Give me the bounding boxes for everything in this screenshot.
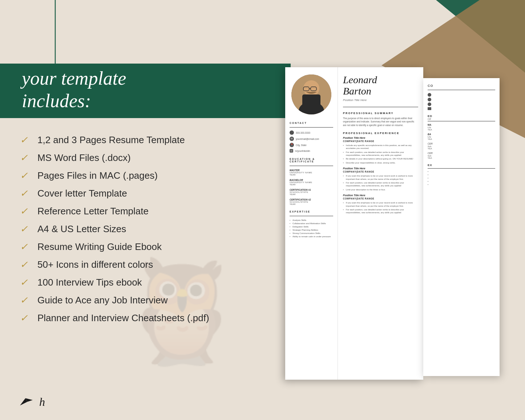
second-yea2-label: YEA xyxy=(428,138,495,140)
checklist-text: 1,2 and 3 Pages Resume Template xyxy=(37,134,185,146)
second-yea4: YEA xyxy=(428,157,495,159)
cert2-label: CERTIFICATION #2 xyxy=(290,198,333,201)
banner-title: your template includes: xyxy=(22,67,126,113)
cert2: CERTIFICATION #2 School/State YEAR xyxy=(290,198,333,205)
exp-bullet: Limit your description to the three or f… xyxy=(343,188,418,191)
second-ex-header: EX xyxy=(428,163,495,167)
resume-card-main: CONTACT 📞 333.333.3333 ✉ youremail@email… xyxy=(285,67,423,380)
exp3-company: COMPANY|DATE RANGE xyxy=(343,197,418,200)
location-icon: 📍 xyxy=(290,143,294,147)
list-item: ✓ Pages Files in MAC (.pages) xyxy=(20,170,289,181)
checklist-text: Guide to Ace any Job Interview xyxy=(37,295,167,306)
name-line1: Leonard xyxy=(343,74,377,85)
exp-bullet: For each position, use detailed action v… xyxy=(343,208,418,214)
exp-bullet: Describe your responsibilities in clear,… xyxy=(343,161,418,164)
check-icon: ✓ xyxy=(20,295,31,306)
resume-name: Leonard Barton xyxy=(343,74,418,97)
divider xyxy=(428,121,495,121)
list-item: ✓ Reference Letter Template xyxy=(20,206,289,217)
list-item: ✓ 50+ Icons in different colors xyxy=(20,259,289,270)
second-card-co-header: CO xyxy=(428,84,495,88)
ex-item: • xyxy=(428,180,495,182)
checklist-text: Pages Files in MAC (.pages) xyxy=(37,170,158,181)
check-icon: ✓ xyxy=(20,259,31,270)
checklist-text: Cover letter Template xyxy=(37,188,127,199)
contact-location: 📍 City, State xyxy=(290,143,333,147)
second-yea3: YEA xyxy=(428,148,495,150)
list-item: ✓ Guide to Ace any Job Interview xyxy=(20,295,289,306)
second-contact-item xyxy=(428,107,495,110)
education-section-title: EDUCATION & CERTIFICATE xyxy=(290,158,333,163)
checklist-text: MS Word Files (.docx) xyxy=(37,152,131,163)
expertise-item: Ability to remain calm in under pressure xyxy=(290,235,333,238)
banner-title-line2: includes: xyxy=(22,90,91,111)
ex-item: • xyxy=(428,177,495,179)
professional-summary-header: PROFESSIONAL SUMMARY xyxy=(343,112,418,115)
exp-bullet: For each position, use detailed action v… xyxy=(343,181,418,187)
second-contact-item xyxy=(428,102,495,106)
second-ed-header: ED xyxy=(428,114,495,118)
bachelor-label: BACHELOR xyxy=(290,179,333,181)
svg-rect-8 xyxy=(302,94,320,111)
divider xyxy=(428,168,495,169)
cert2-year: YEAR xyxy=(290,203,333,205)
expertise-section-title: EXPERTISE xyxy=(290,210,333,213)
exp-bullet: For each position, use detailed action v… xyxy=(343,151,418,157)
check-icon: ✓ xyxy=(20,223,31,235)
exp2-position: Position Title Here xyxy=(343,167,418,170)
check-icon: ✓ xyxy=(20,170,31,181)
contact-linkedin: in in/yourlinkedin xyxy=(290,149,333,153)
edu-title-2: CERTIFICATE xyxy=(290,160,314,163)
expertise-item: Delegation Skills xyxy=(290,226,333,228)
checklist-text: Reference Letter Template xyxy=(37,206,149,217)
edu-bachelor: BACHELOR UNIVERSITY NAME YEAR xyxy=(290,179,333,186)
second-contact-item xyxy=(428,93,495,97)
check-icon: ✓ xyxy=(20,188,31,199)
banner-title-line1: your template xyxy=(22,68,126,89)
phone-text: 333.333.3333 xyxy=(296,132,310,134)
exp-bullet: If you want the emphasis to be on your r… xyxy=(343,201,418,207)
check-icon: ✓ xyxy=(20,134,31,146)
checklist-text: Resume Writing Guide Ebook xyxy=(37,241,162,253)
linkedin-icon: in xyxy=(290,149,293,153)
exp-bullet: Include any specific accomplishments in … xyxy=(343,144,418,150)
master-label: MASTER xyxy=(290,169,333,171)
list-item: ✓ 100 Interview Tips ebook xyxy=(20,277,289,288)
cert1-label: CERTIFICATION #1 xyxy=(290,189,333,191)
list-item: ✓ 1,2 and 3 Pages Resume Template xyxy=(20,134,289,146)
contact-phone: 📞 333.333.3333 xyxy=(290,130,333,135)
second-cer1-label: CER xyxy=(428,142,495,145)
checklist-area: ✓ 1,2 and 3 Pages Resume Template ✓ MS W… xyxy=(20,134,289,330)
exp2-company: COMPANY|DATE RANGE xyxy=(343,170,418,173)
second-ba-label: BA xyxy=(428,133,495,136)
edu-title-1: EDUCATION & xyxy=(290,158,315,160)
resume-left-column: CONTACT 📞 333.333.3333 ✉ youremail@email… xyxy=(285,67,338,380)
location-text: City, State xyxy=(296,144,307,146)
second-yea-label: YEA xyxy=(428,129,495,131)
check-icon: ✓ xyxy=(20,241,31,253)
email-text: youremail@email.com xyxy=(296,138,319,140)
expertise-item: Analysis Skills xyxy=(290,219,333,221)
exp-bullet: Be details in your descriptions without … xyxy=(343,157,418,160)
second-ma-label: MA xyxy=(428,124,495,126)
resume-card-second: CO ED CE MA UN YEA BA UN YEA CER Sch YEA… xyxy=(423,78,500,376)
list-item: ✓ MS Word Files (.docx) xyxy=(20,152,289,163)
name-line2: Barton xyxy=(343,85,371,97)
divider xyxy=(343,107,418,107)
exp3-position: Position Title Here xyxy=(343,194,418,197)
checklist-text: A4 & US Letter Sizes xyxy=(37,223,126,235)
exp-bullet: If you want the emphasis to be on your r… xyxy=(343,174,418,181)
year1: YEAR xyxy=(290,174,333,176)
resume-preview-container: CONTACT 📞 333.333.3333 ✉ youremail@email… xyxy=(285,67,525,387)
phone-icon: 📞 xyxy=(290,130,294,135)
expertise-item: Strategic Planning Abilities xyxy=(290,229,333,231)
contact-section-title: CONTACT xyxy=(290,122,333,124)
professional-experience-header: PROFESSIONAL EXPERIENCE xyxy=(343,132,418,135)
expertise-item: Strong Communication Skills xyxy=(290,232,333,234)
check-icon: ✓ xyxy=(20,152,31,163)
list-item: ✓ Resume Writing Guide Ebook xyxy=(20,241,289,253)
second-cert-header: CE xyxy=(428,118,495,120)
ex-item: • xyxy=(428,170,495,173)
checklist-text: 100 Interview Tips ebook xyxy=(37,277,142,288)
cert1: CERTIFICATION #1 School/State YEAR xyxy=(290,189,333,195)
